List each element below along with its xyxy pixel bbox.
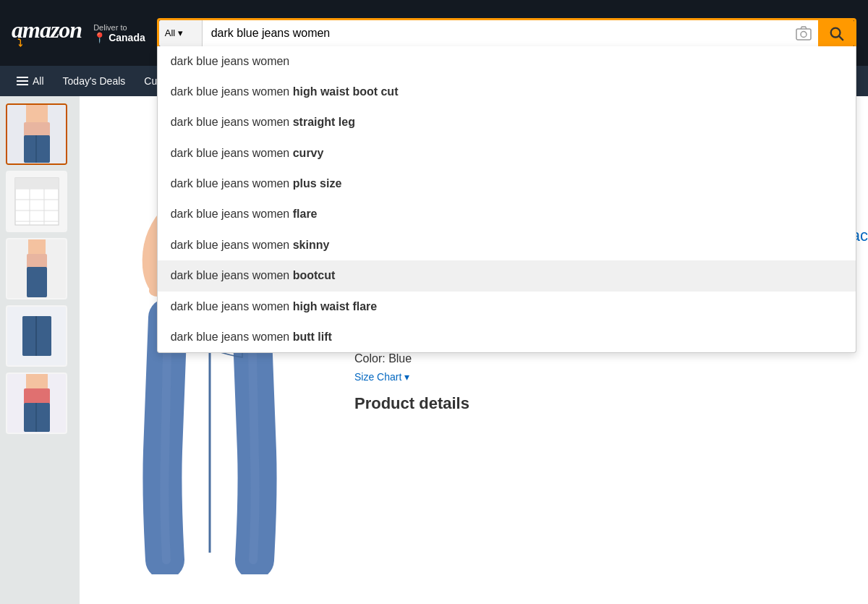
svg-rect-24: [22, 316, 36, 356]
autocomplete-item-8[interactable]: dark blue jeans women high waist flare: [158, 292, 856, 322]
svg-rect-28: [24, 388, 50, 404]
svg-rect-21: [27, 267, 37, 297]
chevron-down-icon: ▾: [178, 27, 183, 38]
thumbnail-4[interactable]: [6, 373, 67, 434]
thumbnail-3[interactable]: [6, 305, 67, 367]
svg-point-1: [801, 31, 807, 37]
color-info: Color: Blue: [354, 352, 854, 365]
header: amazon ⤵︎ Deliver to 📍 Canada All ▾: [0, 0, 868, 66]
svg-rect-19: [27, 254, 47, 268]
autocomplete-item-0[interactable]: dark blue jeans women: [158, 46, 856, 77]
svg-rect-22: [37, 267, 46, 297]
autocomplete-item-2[interactable]: dark blue jeans women straight leg: [158, 107, 856, 137]
chevron-down-icon: ▾: [404, 371, 409, 383]
nav-item-todays-deals[interactable]: Today's Deals: [55, 72, 134, 90]
logo-text: amazon: [12, 18, 82, 41]
svg-rect-27: [26, 373, 48, 390]
search-input[interactable]: [203, 20, 789, 46]
thumbnails-column: [0, 96, 80, 604]
svg-rect-30: [25, 403, 37, 432]
autocomplete-item-3[interactable]: dark blue jeans women curvy: [158, 138, 856, 169]
svg-line-3: [839, 36, 843, 40]
deliver-to-label: Deliver to: [93, 23, 145, 32]
svg-rect-17: [15, 178, 59, 189]
deliver-to[interactable]: Deliver to 📍 Canada: [93, 23, 145, 43]
amazon-logo[interactable]: amazon ⤵︎: [12, 18, 82, 48]
svg-rect-25: [36, 316, 51, 356]
nav-all-label: All: [33, 75, 44, 87]
autocomplete-item-5[interactable]: dark blue jeans women flare: [158, 199, 856, 229]
svg-rect-4: [26, 105, 48, 124]
deliver-to-country: 📍 Canada: [93, 32, 145, 43]
svg-rect-8: [37, 135, 49, 163]
svg-rect-7: [25, 135, 37, 163]
hamburger-icon: [17, 77, 28, 85]
nav-item-all[interactable]: All: [9, 72, 52, 90]
svg-rect-18: [28, 238, 46, 255]
svg-rect-31: [37, 403, 49, 432]
size-chart-link[interactable]: Size Chart ▾: [354, 371, 854, 383]
autocomplete-dropdown: dark blue jeans women dark blue jeans wo…: [157, 46, 856, 354]
thumbnail-1[interactable]: [6, 171, 67, 232]
location-icon: 📍: [93, 32, 106, 43]
autocomplete-item-4[interactable]: dark blue jeans women plus size: [158, 169, 856, 199]
search-submit-button[interactable]: [818, 20, 854, 46]
logo-arrow: ⤵︎: [17, 38, 22, 48]
autocomplete-item-1[interactable]: dark blue jeans women high waist boot cu…: [158, 77, 856, 107]
search-category-label: All: [165, 27, 175, 38]
product-details-section: Product details: [354, 394, 854, 413]
svg-rect-0: [796, 29, 811, 40]
autocomplete-item-7[interactable]: dark blue jeans women bootcut: [158, 260, 856, 291]
svg-rect-5: [24, 122, 50, 137]
autocomplete-item-6[interactable]: dark blue jeans women skinny: [158, 230, 856, 260]
autocomplete-item-9[interactable]: dark blue jeans women butt lift: [158, 322, 856, 352]
search-icon: [828, 25, 844, 41]
thumbnail-2[interactable]: [6, 238, 67, 299]
search-bar: All ▾ dark blue jeans wom: [157, 18, 856, 48]
thumbnail-0[interactable]: [6, 103, 67, 165]
search-category-select[interactable]: All ▾: [159, 20, 203, 46]
camera-search-button[interactable]: [789, 20, 818, 46]
